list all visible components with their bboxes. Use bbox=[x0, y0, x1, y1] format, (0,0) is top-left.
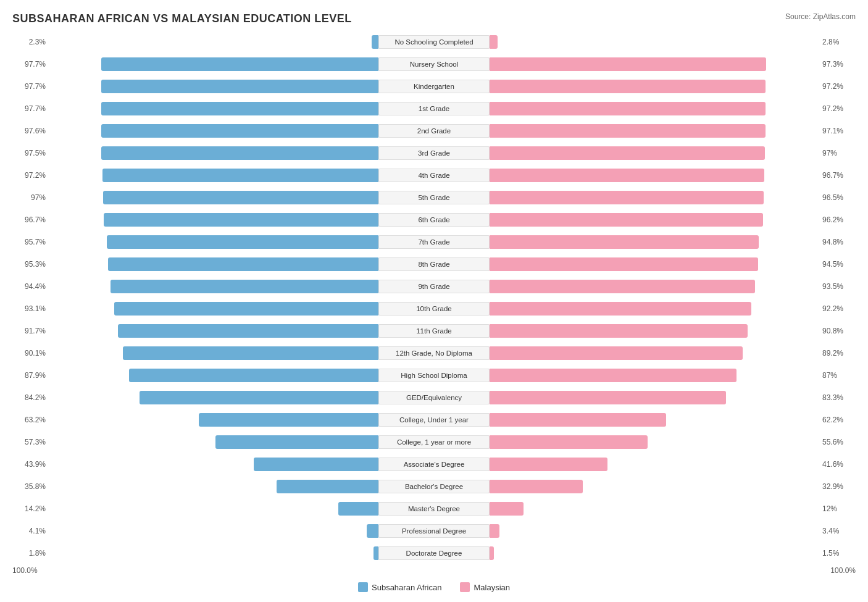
row-inner: 97.5% 3rd Grade 97% bbox=[12, 144, 856, 162]
right-value: 94.8% bbox=[820, 238, 856, 246]
legend-right-label: Malaysian bbox=[474, 583, 510, 592]
center-label: 9th Grade bbox=[378, 280, 490, 293]
left-value: 35.8% bbox=[12, 482, 48, 491]
center-label: Nursery School bbox=[378, 57, 490, 71]
right-bar-wrap bbox=[490, 546, 820, 560]
row-inner: 97.7% 1st Grade 97.2% bbox=[12, 100, 856, 117]
right-value: 62.2% bbox=[820, 416, 856, 424]
left-value: 97.7% bbox=[12, 60, 48, 69]
right-bar-wrap bbox=[490, 369, 820, 382]
right-bar bbox=[490, 102, 766, 115]
left-bar bbox=[367, 524, 378, 538]
bar-row: 57.3% College, 1 year or more 55.6% bbox=[12, 432, 856, 453]
left-value: 63.2% bbox=[12, 416, 48, 424]
bar-row: 97.7% Nursery School 97.3% bbox=[12, 54, 856, 75]
left-bar-wrap bbox=[48, 191, 378, 204]
right-bar-wrap bbox=[490, 502, 820, 516]
left-value: 97.7% bbox=[12, 104, 48, 113]
left-value: 95.7% bbox=[12, 238, 48, 246]
bar-row: 90.1% 12th Grade, No Diploma 89.2% bbox=[12, 343, 856, 364]
right-value: 97.2% bbox=[820, 82, 856, 91]
left-value: 97.7% bbox=[12, 82, 48, 91]
bar-row: 2.3% No Schooling Completed 2.8% bbox=[12, 31, 856, 52]
left-bar-wrap bbox=[48, 435, 378, 449]
right-bar bbox=[490, 235, 759, 249]
left-bar-wrap bbox=[48, 124, 378, 138]
right-bar-wrap bbox=[490, 35, 820, 49]
row-inner: 57.3% College, 1 year or more 55.6% bbox=[12, 433, 856, 451]
row-inner: 97% 5th Grade 96.5% bbox=[12, 189, 856, 206]
right-bar bbox=[490, 302, 751, 316]
bar-row: 87.9% High School Diploma 87% bbox=[12, 365, 856, 386]
left-bar bbox=[101, 124, 378, 138]
right-value: 97.3% bbox=[820, 60, 856, 69]
left-bar bbox=[101, 57, 378, 71]
bar-row: 14.2% Master's Degree 12% bbox=[12, 498, 856, 519]
left-bar-wrap bbox=[48, 369, 378, 382]
legend-left: Subsaharan African bbox=[358, 582, 441, 592]
left-bar bbox=[277, 480, 378, 493]
right-bar-wrap bbox=[490, 346, 820, 360]
left-bar bbox=[199, 413, 378, 427]
right-bar-wrap bbox=[490, 413, 820, 427]
left-value: 91.7% bbox=[12, 327, 48, 335]
center-label: College, 1 year or more bbox=[378, 435, 490, 449]
left-bar bbox=[103, 191, 378, 204]
bar-row: 35.8% Bachelor's Degree 32.9% bbox=[12, 476, 856, 497]
right-value: 96.7% bbox=[820, 171, 856, 180]
row-inner: 97.2% 4th Grade 96.7% bbox=[12, 167, 856, 184]
left-bar-wrap bbox=[48, 324, 378, 338]
left-bar bbox=[107, 235, 378, 249]
center-label: Bachelor's Degree bbox=[378, 480, 490, 493]
bar-row: 95.3% 8th Grade 94.5% bbox=[12, 254, 856, 275]
bar-row: 4.1% Professional Degree 3.4% bbox=[12, 520, 856, 541]
right-bar-wrap bbox=[490, 391, 820, 404]
center-label: 1st Grade bbox=[378, 102, 490, 115]
left-bar-wrap bbox=[48, 458, 378, 471]
left-value: 1.8% bbox=[12, 549, 48, 558]
legend-right: Malaysian bbox=[460, 582, 510, 592]
right-value: 55.6% bbox=[820, 438, 856, 446]
bar-row: 97.7% Kindergarten 97.2% bbox=[12, 76, 856, 97]
row-inner: 14.2% Master's Degree 12% bbox=[12, 500, 856, 517]
right-bar bbox=[490, 502, 524, 516]
right-value: 96.5% bbox=[820, 193, 856, 202]
left-bar-wrap bbox=[48, 480, 378, 493]
left-bar bbox=[104, 213, 378, 227]
left-value: 90.1% bbox=[12, 349, 48, 357]
right-bar bbox=[490, 435, 648, 449]
bottom-labels: 100.0% 100.0% bbox=[12, 566, 856, 575]
right-bar bbox=[490, 169, 764, 182]
bar-row: 96.7% 6th Grade 96.2% bbox=[12, 209, 856, 230]
row-inner: 97.6% 2nd Grade 97.1% bbox=[12, 122, 856, 140]
center-label: No Schooling Completed bbox=[378, 35, 490, 49]
left-bar bbox=[338, 502, 378, 516]
center-label: 7th Grade bbox=[378, 235, 490, 249]
center-label: 4th Grade bbox=[378, 169, 490, 182]
left-value: 97% bbox=[12, 193, 48, 202]
row-inner: 35.8% Bachelor's Degree 32.9% bbox=[12, 478, 856, 495]
center-label: Associate's Degree bbox=[378, 458, 490, 471]
left-bar bbox=[118, 324, 378, 338]
center-label: Professional Degree bbox=[378, 524, 490, 538]
row-inner: 95.3% 8th Grade 94.5% bbox=[12, 256, 856, 273]
row-inner: 1.8% Doctorate Degree 1.5% bbox=[12, 545, 856, 562]
right-bar bbox=[490, 213, 763, 227]
left-bar bbox=[123, 346, 378, 360]
left-value: 97.5% bbox=[12, 149, 48, 157]
left-bar-wrap bbox=[48, 524, 378, 538]
right-bar-wrap bbox=[490, 302, 820, 316]
left-value: 84.2% bbox=[12, 393, 48, 402]
right-value: 1.5% bbox=[820, 549, 856, 558]
row-inner: 87.9% High School Diploma 87% bbox=[12, 367, 856, 384]
right-bar-wrap bbox=[490, 146, 820, 160]
row-inner: 90.1% 12th Grade, No Diploma 89.2% bbox=[12, 345, 856, 362]
right-bar-wrap bbox=[490, 280, 820, 293]
left-bar bbox=[254, 458, 378, 471]
row-inner: 84.2% GED/Equivalency 83.3% bbox=[12, 389, 856, 406]
left-bar-wrap bbox=[48, 235, 378, 249]
right-bar bbox=[490, 346, 743, 360]
left-bar bbox=[114, 302, 378, 316]
right-value: 93.5% bbox=[820, 282, 856, 291]
center-label: Master's Degree bbox=[378, 502, 490, 516]
